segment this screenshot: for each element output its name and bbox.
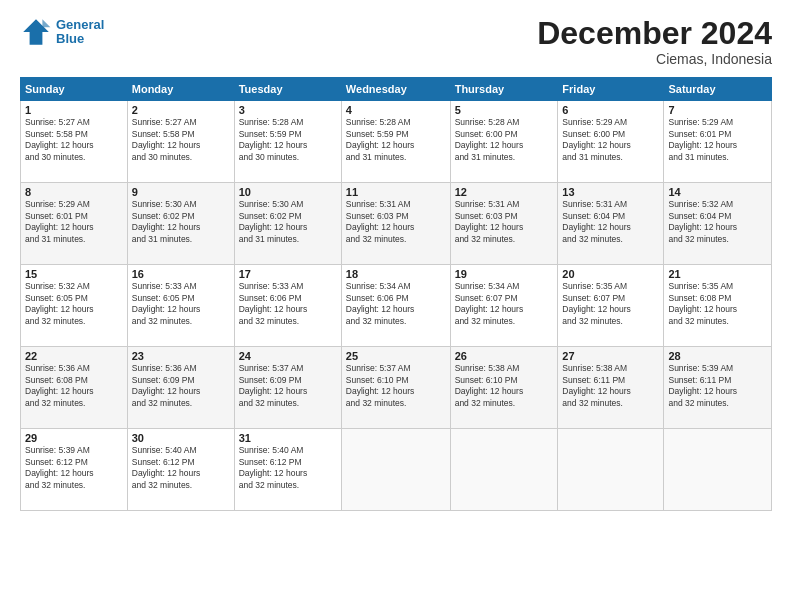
day-number: 24 — [239, 350, 337, 362]
day-info: Sunrise: 5:28 AM Sunset: 5:59 PM Dayligh… — [239, 117, 337, 163]
table-row: 12Sunrise: 5:31 AM Sunset: 6:03 PM Dayli… — [450, 183, 558, 265]
col-tuesday: Tuesday — [234, 78, 341, 101]
day-number: 12 — [455, 186, 554, 198]
table-row: 30Sunrise: 5:40 AM Sunset: 6:12 PM Dayli… — [127, 429, 234, 511]
day-info: Sunrise: 5:39 AM Sunset: 6:11 PM Dayligh… — [668, 363, 767, 409]
calendar-week-row: 22Sunrise: 5:36 AM Sunset: 6:08 PM Dayli… — [21, 347, 772, 429]
calendar-week-row: 15Sunrise: 5:32 AM Sunset: 6:05 PM Dayli… — [21, 265, 772, 347]
day-number: 15 — [25, 268, 123, 280]
header: General Blue December 2024 Ciemas, Indon… — [20, 16, 772, 67]
day-number: 1 — [25, 104, 123, 116]
table-row: 11Sunrise: 5:31 AM Sunset: 6:03 PM Dayli… — [341, 183, 450, 265]
calendar-week-row: 29Sunrise: 5:39 AM Sunset: 6:12 PM Dayli… — [21, 429, 772, 511]
day-info: Sunrise: 5:36 AM Sunset: 6:09 PM Dayligh… — [132, 363, 230, 409]
table-row: 29Sunrise: 5:39 AM Sunset: 6:12 PM Dayli… — [21, 429, 128, 511]
month-title: December 2024 — [537, 16, 772, 51]
day-info: Sunrise: 5:30 AM Sunset: 6:02 PM Dayligh… — [132, 199, 230, 245]
day-info: Sunrise: 5:34 AM Sunset: 6:07 PM Dayligh… — [455, 281, 554, 327]
col-thursday: Thursday — [450, 78, 558, 101]
table-row: 23Sunrise: 5:36 AM Sunset: 6:09 PM Dayli… — [127, 347, 234, 429]
table-row: 6Sunrise: 5:29 AM Sunset: 6:00 PM Daylig… — [558, 101, 664, 183]
logo-icon — [20, 16, 52, 48]
table-row: 28Sunrise: 5:39 AM Sunset: 6:11 PM Dayli… — [664, 347, 772, 429]
day-info: Sunrise: 5:31 AM Sunset: 6:04 PM Dayligh… — [562, 199, 659, 245]
day-info: Sunrise: 5:38 AM Sunset: 6:10 PM Dayligh… — [455, 363, 554, 409]
day-info: Sunrise: 5:33 AM Sunset: 6:05 PM Dayligh… — [132, 281, 230, 327]
calendar-table: Sunday Monday Tuesday Wednesday Thursday… — [20, 77, 772, 511]
calendar-header-row: Sunday Monday Tuesday Wednesday Thursday… — [21, 78, 772, 101]
day-info: Sunrise: 5:31 AM Sunset: 6:03 PM Dayligh… — [346, 199, 446, 245]
table-row: 1Sunrise: 5:27 AM Sunset: 5:58 PM Daylig… — [21, 101, 128, 183]
day-number: 23 — [132, 350, 230, 362]
table-row — [341, 429, 450, 511]
day-info: Sunrise: 5:33 AM Sunset: 6:06 PM Dayligh… — [239, 281, 337, 327]
day-info: Sunrise: 5:35 AM Sunset: 6:07 PM Dayligh… — [562, 281, 659, 327]
day-info: Sunrise: 5:37 AM Sunset: 6:09 PM Dayligh… — [239, 363, 337, 409]
day-info: Sunrise: 5:28 AM Sunset: 5:59 PM Dayligh… — [346, 117, 446, 163]
day-info: Sunrise: 5:36 AM Sunset: 6:08 PM Dayligh… — [25, 363, 123, 409]
day-number: 20 — [562, 268, 659, 280]
table-row: 21Sunrise: 5:35 AM Sunset: 6:08 PM Dayli… — [664, 265, 772, 347]
table-row: 4Sunrise: 5:28 AM Sunset: 5:59 PM Daylig… — [341, 101, 450, 183]
day-number: 27 — [562, 350, 659, 362]
day-info: Sunrise: 5:35 AM Sunset: 6:08 PM Dayligh… — [668, 281, 767, 327]
day-number: 11 — [346, 186, 446, 198]
logo-text: General Blue — [56, 18, 104, 47]
calendar-week-row: 8Sunrise: 5:29 AM Sunset: 6:01 PM Daylig… — [21, 183, 772, 265]
day-number: 3 — [239, 104, 337, 116]
day-number: 7 — [668, 104, 767, 116]
table-row: 16Sunrise: 5:33 AM Sunset: 6:05 PM Dayli… — [127, 265, 234, 347]
table-row: 9Sunrise: 5:30 AM Sunset: 6:02 PM Daylig… — [127, 183, 234, 265]
day-info: Sunrise: 5:32 AM Sunset: 6:05 PM Dayligh… — [25, 281, 123, 327]
day-info: Sunrise: 5:29 AM Sunset: 6:00 PM Dayligh… — [562, 117, 659, 163]
table-row: 2Sunrise: 5:27 AM Sunset: 5:58 PM Daylig… — [127, 101, 234, 183]
table-row: 19Sunrise: 5:34 AM Sunset: 6:07 PM Dayli… — [450, 265, 558, 347]
table-row: 5Sunrise: 5:28 AM Sunset: 6:00 PM Daylig… — [450, 101, 558, 183]
table-row: 17Sunrise: 5:33 AM Sunset: 6:06 PM Dayli… — [234, 265, 341, 347]
day-info: Sunrise: 5:30 AM Sunset: 6:02 PM Dayligh… — [239, 199, 337, 245]
day-number: 4 — [346, 104, 446, 116]
day-number: 9 — [132, 186, 230, 198]
day-info: Sunrise: 5:28 AM Sunset: 6:00 PM Dayligh… — [455, 117, 554, 163]
day-number: 17 — [239, 268, 337, 280]
table-row — [558, 429, 664, 511]
col-friday: Friday — [558, 78, 664, 101]
day-info: Sunrise: 5:40 AM Sunset: 6:12 PM Dayligh… — [132, 445, 230, 491]
day-number: 28 — [668, 350, 767, 362]
day-info: Sunrise: 5:29 AM Sunset: 6:01 PM Dayligh… — [25, 199, 123, 245]
title-block: December 2024 Ciemas, Indonesia — [537, 16, 772, 67]
table-row — [450, 429, 558, 511]
day-number: 6 — [562, 104, 659, 116]
day-info: Sunrise: 5:37 AM Sunset: 6:10 PM Dayligh… — [346, 363, 446, 409]
table-row: 26Sunrise: 5:38 AM Sunset: 6:10 PM Dayli… — [450, 347, 558, 429]
table-row: 14Sunrise: 5:32 AM Sunset: 6:04 PM Dayli… — [664, 183, 772, 265]
day-number: 18 — [346, 268, 446, 280]
table-row: 22Sunrise: 5:36 AM Sunset: 6:08 PM Dayli… — [21, 347, 128, 429]
day-info: Sunrise: 5:31 AM Sunset: 6:03 PM Dayligh… — [455, 199, 554, 245]
table-row: 31Sunrise: 5:40 AM Sunset: 6:12 PM Dayli… — [234, 429, 341, 511]
table-row: 25Sunrise: 5:37 AM Sunset: 6:10 PM Dayli… — [341, 347, 450, 429]
table-row: 20Sunrise: 5:35 AM Sunset: 6:07 PM Dayli… — [558, 265, 664, 347]
day-number: 29 — [25, 432, 123, 444]
day-info: Sunrise: 5:40 AM Sunset: 6:12 PM Dayligh… — [239, 445, 337, 491]
day-number: 19 — [455, 268, 554, 280]
table-row: 13Sunrise: 5:31 AM Sunset: 6:04 PM Dayli… — [558, 183, 664, 265]
table-row: 24Sunrise: 5:37 AM Sunset: 6:09 PM Dayli… — [234, 347, 341, 429]
day-info: Sunrise: 5:39 AM Sunset: 6:12 PM Dayligh… — [25, 445, 123, 491]
table-row: 8Sunrise: 5:29 AM Sunset: 6:01 PM Daylig… — [21, 183, 128, 265]
col-monday: Monday — [127, 78, 234, 101]
day-number: 22 — [25, 350, 123, 362]
calendar-week-row: 1Sunrise: 5:27 AM Sunset: 5:58 PM Daylig… — [21, 101, 772, 183]
table-row: 27Sunrise: 5:38 AM Sunset: 6:11 PM Dayli… — [558, 347, 664, 429]
day-number: 2 — [132, 104, 230, 116]
day-info: Sunrise: 5:29 AM Sunset: 6:01 PM Dayligh… — [668, 117, 767, 163]
day-number: 10 — [239, 186, 337, 198]
day-info: Sunrise: 5:38 AM Sunset: 6:11 PM Dayligh… — [562, 363, 659, 409]
day-number: 21 — [668, 268, 767, 280]
day-info: Sunrise: 5:27 AM Sunset: 5:58 PM Dayligh… — [25, 117, 123, 163]
table-row — [664, 429, 772, 511]
day-number: 30 — [132, 432, 230, 444]
col-wednesday: Wednesday — [341, 78, 450, 101]
table-row: 15Sunrise: 5:32 AM Sunset: 6:05 PM Dayli… — [21, 265, 128, 347]
table-row: 3Sunrise: 5:28 AM Sunset: 5:59 PM Daylig… — [234, 101, 341, 183]
